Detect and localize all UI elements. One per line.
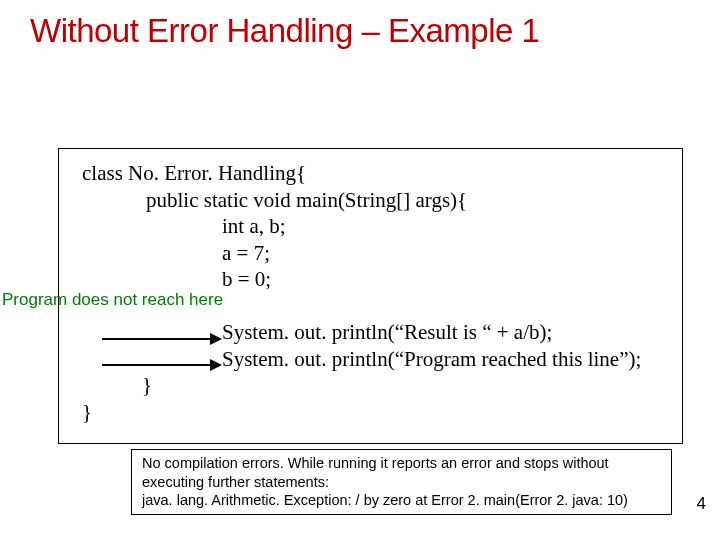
arrow-icon [102, 338, 220, 340]
code-line: } [142, 372, 641, 399]
code-line: System. out. println(“Program reached th… [222, 346, 641, 373]
code-line: b = 0; [222, 266, 641, 293]
annotation-text: Program does not reach here [2, 290, 223, 310]
note-line: No compilation errors. While running it … [142, 454, 665, 473]
code-line: class No. Error. Handling{ [82, 161, 306, 185]
code-line: } [82, 399, 641, 426]
note-line: java. lang. Arithmetic. Exception: / by … [142, 491, 665, 510]
arrow-icon [102, 364, 220, 366]
note-line: executing further statements: [142, 473, 665, 492]
code-line: public static void main(String[] args){ [146, 187, 641, 214]
code-line: int a, b; [222, 213, 641, 240]
note-box: No compilation errors. While running it … [131, 449, 672, 515]
code-line: System. out. println(“Result is “ + a/b)… [222, 319, 641, 346]
slide-number: 4 [697, 494, 706, 514]
slide-title: Without Error Handling – Example 1 [30, 12, 539, 50]
code-line: a = 7; [222, 240, 641, 267]
